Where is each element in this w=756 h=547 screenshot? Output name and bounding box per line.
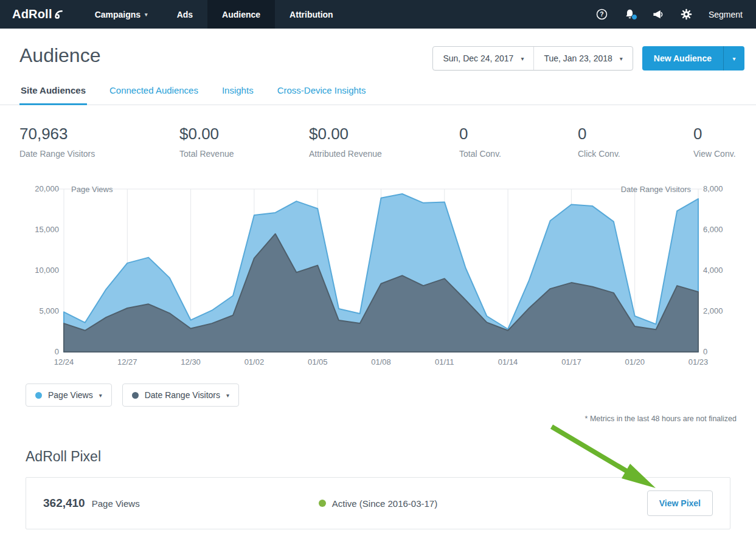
svg-text:12/24: 12/24 [54, 357, 74, 366]
stat-date-range-visitors: 70,963 Date Range Visitors [19, 125, 179, 159]
new-audience-button[interactable]: New Audience [642, 46, 723, 71]
tab-connected-audiences[interactable]: Connected Audiences [108, 80, 199, 105]
date-range-group: Sun, Dec 24, 2017 ▾ Tue, Jan 23, 2018 ▾ [432, 46, 633, 71]
chevron-down-icon: ▾ [226, 392, 229, 399]
date-range-visitors-dot-icon [132, 392, 139, 399]
stat-value: $0.00 [179, 125, 309, 143]
pixel-page-views: 362,410 Page Views [43, 497, 319, 510]
traffic-chart: 12/2412/2712/3001/0201/0501/0801/1101/14… [0, 174, 756, 375]
header-controls: Sun, Dec 24, 2017 ▾ Tue, Jan 23, 2018 ▾ … [432, 46, 744, 71]
chevron-down-icon: ▾ [99, 392, 102, 399]
gear-icon[interactable] [681, 9, 692, 20]
stat-value: 0 [459, 125, 578, 143]
svg-text:5,000: 5,000 [39, 306, 59, 315]
nav-item-label: Attribution [290, 10, 333, 19]
pixel-status: Active (Since 2016-03-17) [319, 498, 437, 509]
stats-row: 70,963 Date Range Visitors $0.00 Total R… [0, 105, 756, 159]
stat-label: Date Range Visitors [19, 149, 179, 159]
notifications-bell-icon[interactable] [624, 9, 636, 20]
nav-item-label: Ads [177, 10, 193, 19]
nav-items: Campaigns ▾ Ads Audience Attribution [80, 0, 348, 29]
tab-insights[interactable]: Insights [221, 80, 255, 105]
nav-item-campaigns[interactable]: Campaigns ▾ [80, 0, 162, 29]
chevron-down-icon: ▾ [521, 55, 524, 62]
megaphone-icon[interactable] [652, 9, 664, 20]
stat-click-conv: 0 Click Conv. [578, 125, 693, 159]
svg-text:01/17: 01/17 [561, 357, 581, 366]
stat-label: Total Conv. [459, 149, 578, 159]
svg-text:0: 0 [55, 347, 59, 356]
svg-text:01/08: 01/08 [371, 357, 391, 366]
svg-text:12/27: 12/27 [117, 357, 137, 366]
stat-attributed-revenue: $0.00 Attributed Revenue [309, 125, 459, 159]
chart-legend: Page Views ▾ Date Range Visitors ▾ [0, 375, 756, 407]
view-pixel-button[interactable]: View Pixel [647, 490, 713, 516]
nav-item-attribution[interactable]: Attribution [275, 0, 348, 29]
segment-menu[interactable]: Segment [709, 10, 743, 19]
svg-text:?: ? [600, 11, 603, 18]
svg-text:12/30: 12/30 [181, 357, 201, 366]
stat-value: 0 [693, 125, 737, 143]
start-date-value: Sun, Dec 24, 2017 [443, 53, 513, 63]
legend-page-views-dropdown[interactable]: Page Views ▾ [26, 384, 112, 407]
svg-text:01/11: 01/11 [435, 357, 454, 366]
svg-text:0: 0 [703, 347, 707, 356]
page-header: Audience Sun, Dec 24, 2017 ▾ Tue, Jan 23… [0, 29, 756, 71]
svg-text:Date Range Visitors: Date Range Visitors [621, 185, 692, 194]
stat-label: Click Conv. [578, 149, 693, 159]
svg-text:01/05: 01/05 [308, 357, 328, 366]
pixel-actions: View Pixel [437, 490, 713, 516]
svg-text:Page Views: Page Views [71, 185, 113, 194]
adroll-logo-icon [54, 9, 63, 19]
stat-view-conv: 0 View Conv. [693, 125, 737, 159]
nav-item-audience[interactable]: Audience [207, 0, 275, 29]
new-audience-dropdown-toggle[interactable]: ▾ [723, 46, 744, 71]
stat-value: 70,963 [19, 125, 179, 143]
nav-item-label: Audience [222, 10, 260, 19]
nav-item-label: Campaigns [95, 10, 140, 19]
svg-text:4,000: 4,000 [703, 266, 723, 275]
top-navbar: AdRoll Campaigns ▾ Ads Audience Attribut… [0, 0, 756, 29]
stat-label: View Conv. [693, 149, 737, 159]
svg-text:15,000: 15,000 [35, 225, 59, 234]
notification-dot [631, 14, 637, 20]
svg-text:20,000: 20,000 [35, 184, 59, 193]
audience-area-chart: 12/2412/2712/3001/0201/0501/0801/1101/14… [0, 174, 756, 375]
tab-cross-device-insights[interactable]: Cross-Device Insights [276, 80, 367, 105]
stat-label: Total Revenue [179, 149, 309, 159]
chevron-down-icon: ▾ [145, 12, 148, 18]
svg-text:8,000: 8,000 [703, 184, 723, 193]
pixel-page-views-value: 362,410 [43, 497, 85, 510]
end-date-value: Tue, Jan 23, 2018 [544, 53, 612, 63]
start-date-dropdown[interactable]: Sun, Dec 24, 2017 ▾ [433, 47, 533, 70]
nav-item-ads[interactable]: Ads [162, 0, 207, 29]
legend-label: Page Views [48, 390, 93, 400]
legend-date-range-visitors-dropdown[interactable]: Date Range Visitors ▾ [122, 384, 239, 407]
chevron-down-icon: ▾ [732, 55, 735, 62]
adroll-logo-text: AdRoll [12, 7, 52, 21]
svg-text:01/14: 01/14 [498, 357, 518, 366]
tab-site-audiences[interactable]: Site Audiences [19, 80, 87, 105]
stat-value: $0.00 [309, 125, 459, 143]
legend-label: Date Range Visitors [145, 390, 220, 400]
nav-right-icons: ? [596, 0, 756, 29]
end-date-dropdown[interactable]: Tue, Jan 23, 2018 ▾ [533, 47, 632, 70]
adroll-logo[interactable]: AdRoll [0, 0, 80, 29]
svg-text:10,000: 10,000 [35, 266, 59, 275]
svg-text:01/20: 01/20 [625, 357, 645, 366]
adroll-pixel-heading: AdRoll Pixel [26, 449, 756, 465]
stat-value: 0 [578, 125, 693, 143]
new-audience-split-button: New Audience ▾ [642, 46, 744, 71]
page-title: Audience [19, 44, 100, 67]
stat-total-conv: 0 Total Conv. [459, 125, 578, 159]
pixel-page-views-label: Page Views [92, 498, 140, 509]
help-icon[interactable]: ? [596, 9, 608, 20]
audience-tabs: Site Audiences Connected Audiences Insig… [0, 80, 756, 105]
stat-label: Attributed Revenue [309, 149, 459, 159]
pixel-status-text: Active (Since 2016-03-17) [332, 498, 437, 509]
chevron-down-icon: ▾ [620, 55, 623, 62]
metrics-footnote: * Metrics in the last 48 hours are not f… [0, 407, 756, 423]
svg-text:01/23: 01/23 [688, 357, 709, 366]
svg-text:01/02: 01/02 [244, 357, 265, 366]
page-views-dot-icon [35, 392, 42, 399]
